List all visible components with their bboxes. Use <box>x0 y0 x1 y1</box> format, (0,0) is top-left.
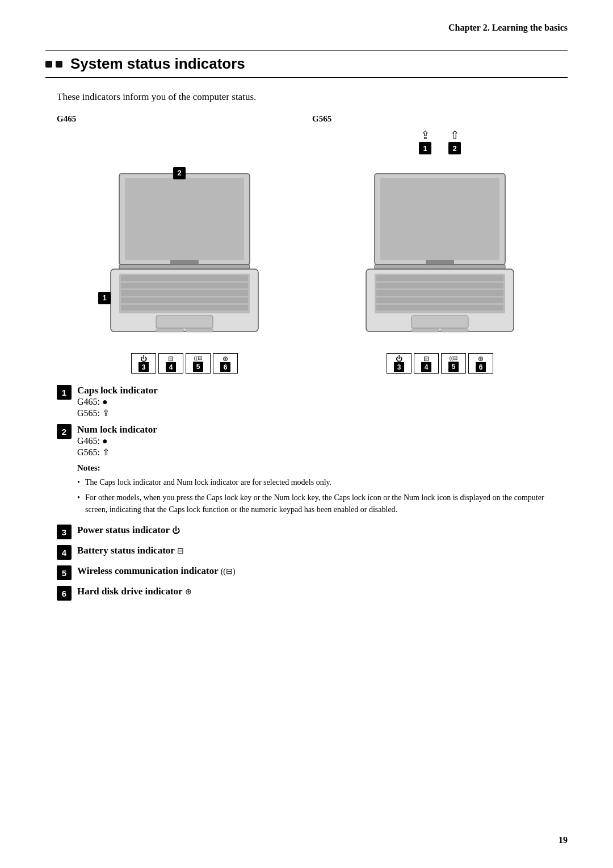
desc-item-2-content: Num lock indicator G465: ● G565: ⇧ <box>77 424 568 458</box>
svg-rect-28 <box>376 305 503 311</box>
wireless-icon: ((⊟ <box>194 355 203 361</box>
num-lock-g465: G465: ● <box>77 436 568 446</box>
g465-ind-6: ⊕ 6 <box>213 353 238 374</box>
num-lock-title: Num lock indicator <box>77 424 568 435</box>
svg-rect-30 <box>412 329 439 332</box>
svg-text:1: 1 <box>102 293 106 302</box>
desc-item-5: 5 Wireless communication indicator ((⊟) <box>57 565 568 580</box>
g565-ind-num-5: 5 <box>448 362 459 372</box>
page-container: Chapter 2. Learning the basics System st… <box>0 0 613 868</box>
svg-rect-26 <box>376 290 503 296</box>
num-lock-g565: G565: ⇧ <box>77 447 568 458</box>
section-dots <box>45 61 62 68</box>
chapter-header: Chapter 2. Learning the basics <box>45 23 568 33</box>
g565-ind-6: ⊕ 6 <box>468 353 493 374</box>
hdd-status-icon: ⊕ <box>185 588 192 596</box>
g465-ind-4: ⊟ 4 <box>158 353 183 374</box>
svg-rect-6 <box>121 275 248 281</box>
g565-battery-icon: ⊟ <box>423 355 429 362</box>
svg-rect-10 <box>121 305 248 311</box>
g565-wireless-icon: ((⊟ <box>450 355 458 361</box>
svg-rect-7 <box>121 283 248 288</box>
desc-item-6-content: Hard disk drive indicator ⊕ <box>77 586 568 597</box>
wireless-status-title: Wireless communication indicator <box>77 565 219 576</box>
g565-badge-2-col: ⇧ 2 <box>448 128 461 154</box>
g565-ind-num-3: 3 <box>394 362 404 372</box>
model-labels: G465 G565 <box>57 114 568 124</box>
desc-item-5-content: Wireless communication indicator ((⊟) <box>77 565 568 577</box>
ind-num-3: 3 <box>138 362 149 372</box>
svg-rect-11 <box>156 316 213 328</box>
svg-rect-8 <box>121 290 248 296</box>
g565-top-badges: ⇪ 1 ⇧ 2 <box>419 128 461 154</box>
g565-power-icon: ⏻ <box>396 355 402 362</box>
ind-num-4: 4 <box>166 362 176 372</box>
desc-item-4-content: Battery status indicator ⊟ <box>77 545 568 556</box>
power-status-icon: ⏻ <box>172 526 180 535</box>
svg-rect-27 <box>376 297 503 303</box>
svg-rect-29 <box>412 316 468 328</box>
desc-item-3: 3 Power status indicator ⏻ <box>57 525 568 539</box>
badge-6: 6 <box>57 586 72 601</box>
g565-ind-num-4: 4 <box>421 362 431 372</box>
section-title: System status indicators <box>70 55 245 73</box>
svg-rect-19 <box>380 178 499 260</box>
laptops-row: 2 1 ⏻ 3 ⊟ 4 ((⊟ 5 <box>57 128 568 374</box>
g565-ind-3: ⏻ 3 <box>387 353 412 374</box>
notes-title: Notes: <box>77 463 568 473</box>
svg-rect-9 <box>121 297 248 303</box>
desc-item-1-content: Caps lock indicator G465: ● G565: ⇪ <box>77 385 568 418</box>
hdd-status-title: Hard disk drive indicator <box>77 586 183 597</box>
desc-item-3-content: Power status indicator ⏻ <box>77 525 568 536</box>
g565-badge-1: 1 <box>419 142 431 154</box>
wireless-status-icon: ((⊟) <box>221 567 236 576</box>
note-item-1: The Caps lock indicator and Num lock ind… <box>77 476 568 488</box>
svg-rect-24 <box>376 275 503 281</box>
g565-num-icon: ⇧ <box>450 128 460 142</box>
page-number: 19 <box>559 835 568 845</box>
svg-rect-12 <box>156 329 183 332</box>
g565-indicators-bar: ⏻ 3 ⊟ 4 ((⊟ 5 ⊕ 6 <box>387 353 493 374</box>
caps-lock-g565: G565: ⇪ <box>77 408 568 418</box>
hdd-icon: ⊕ <box>222 355 228 362</box>
laptop-g565: ⇪ 1 ⇧ 2 <box>312 128 568 374</box>
desc-item-2: 2 Num lock indicator G465: ● G565: ⇧ <box>57 424 568 458</box>
model-label-g465: G465 <box>57 114 312 124</box>
svg-rect-2 <box>170 260 199 265</box>
section-dot-2 <box>56 61 62 68</box>
badge-4: 4 <box>57 545 72 560</box>
g565-ind-5: ((⊟ 5 <box>441 353 466 374</box>
badge-3: 3 <box>57 525 72 539</box>
laptop-g465-svg: 2 1 <box>88 157 281 350</box>
caps-lock-g465: G465: ● <box>77 397 568 407</box>
svg-text:2: 2 <box>177 169 181 177</box>
desc-item-4: 4 Battery status indicator ⊟ <box>57 545 568 560</box>
badge-5: 5 <box>57 565 72 580</box>
svg-rect-31 <box>441 329 468 332</box>
g565-ind-4: ⊟ 4 <box>414 353 439 374</box>
power-icon: ⏻ <box>140 355 147 362</box>
g565-badge-2: 2 <box>448 142 461 154</box>
intro-text: These indicators inform you of the compu… <box>57 91 568 103</box>
model-label-g565: G565 <box>312 114 568 124</box>
ind-num-5: 5 <box>193 362 203 372</box>
laptop-g565-svg <box>343 157 536 350</box>
badge-1: 1 <box>57 385 72 400</box>
desc-item-6: 6 Hard disk drive indicator ⊕ <box>57 586 568 601</box>
ind-num-6: 6 <box>220 362 230 372</box>
svg-rect-25 <box>376 283 503 288</box>
notes-list: The Caps lock indicator and Num lock ind… <box>77 476 568 515</box>
svg-rect-20 <box>426 260 454 265</box>
g565-ind-num-6: 6 <box>476 362 486 372</box>
section-title-row: System status indicators <box>45 50 568 78</box>
section-dot-1 <box>45 61 52 68</box>
note-item-2: For other models, when you press the Cap… <box>77 492 568 515</box>
svg-rect-13 <box>186 329 213 332</box>
laptop-g465: 2 1 ⏻ 3 ⊟ 4 ((⊟ 5 <box>57 157 312 374</box>
g465-ind-3: ⏻ 3 <box>131 353 156 374</box>
caps-lock-title: Caps lock indicator <box>77 385 568 396</box>
notes-box: Notes: The Caps lock indicator and Num l… <box>77 463 568 515</box>
chapter-title: Chapter 2. Learning the basics <box>448 23 568 32</box>
desc-list: 1 Caps lock indicator G465: ● G565: ⇪ 2 … <box>57 385 568 601</box>
svg-rect-1 <box>125 178 244 260</box>
